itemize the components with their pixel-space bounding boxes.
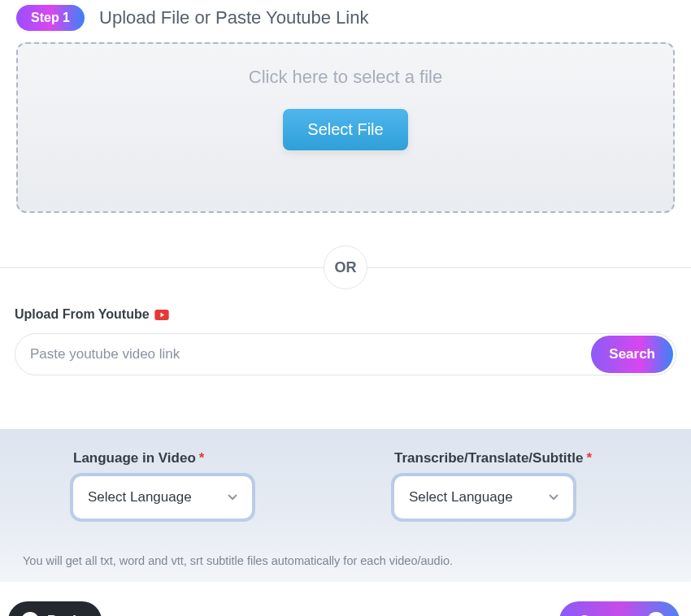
arrow-left-icon bbox=[21, 612, 39, 616]
lang-in-video-text: Language in Video bbox=[73, 450, 196, 466]
youtube-input-wrap: Search bbox=[15, 333, 676, 375]
transcribe-value: Select Language bbox=[409, 489, 513, 505]
chevron-down-icon bbox=[549, 494, 558, 501]
language-in-video-value: Select Language bbox=[88, 489, 192, 505]
youtube-section: Upload From Youtube Search bbox=[0, 307, 691, 375]
transcribe-select[interactable]: Select Language bbox=[394, 476, 573, 518]
required-asterisk: * bbox=[586, 450, 592, 466]
language-in-video-col: Language in Video * Select Language bbox=[73, 450, 297, 518]
youtube-link-input[interactable] bbox=[15, 346, 589, 362]
output-note: You will get all txt, word and vtt, srt … bbox=[23, 554, 618, 567]
arrow-right-icon bbox=[647, 612, 665, 616]
dropzone-text: Click here to select a file bbox=[249, 67, 442, 88]
generate-label: Generate bbox=[579, 613, 639, 616]
language-panel: Language in Video * Select Language Tran… bbox=[0, 429, 691, 582]
chevron-down-icon bbox=[228, 494, 237, 501]
file-dropzone[interactable]: Click here to select a file Select File bbox=[16, 42, 675, 213]
select-file-button[interactable]: Select File bbox=[283, 109, 407, 150]
back-button[interactable]: Back bbox=[8, 601, 102, 616]
language-row: Language in Video * Select Language Tran… bbox=[73, 450, 618, 518]
youtube-label: Upload From Youtube bbox=[15, 307, 676, 322]
step-title: Upload File or Paste Youtube Link bbox=[99, 7, 368, 28]
required-asterisk: * bbox=[199, 450, 205, 466]
language-in-video-label: Language in Video * bbox=[73, 450, 297, 466]
transcribe-text: Transcribe/Translate/Subtitle bbox=[394, 450, 583, 466]
generate-button[interactable]: Generate bbox=[559, 601, 680, 616]
step-badge: Step 1 bbox=[16, 5, 85, 31]
youtube-icon bbox=[154, 310, 169, 320]
or-label: OR bbox=[324, 245, 367, 289]
language-in-video-select[interactable]: Select Language bbox=[73, 476, 252, 518]
or-divider: OR bbox=[0, 245, 691, 289]
back-label: Back bbox=[47, 613, 80, 616]
footer: Back Generate bbox=[0, 582, 691, 616]
step-header: Step 1 Upload File or Paste Youtube Link bbox=[0, 0, 691, 42]
youtube-search-button[interactable]: Search bbox=[591, 336, 673, 373]
youtube-label-text: Upload From Youtube bbox=[15, 307, 150, 322]
transcribe-col: Transcribe/Translate/Subtitle * Select L… bbox=[394, 450, 618, 518]
transcribe-label: Transcribe/Translate/Subtitle * bbox=[394, 450, 618, 466]
